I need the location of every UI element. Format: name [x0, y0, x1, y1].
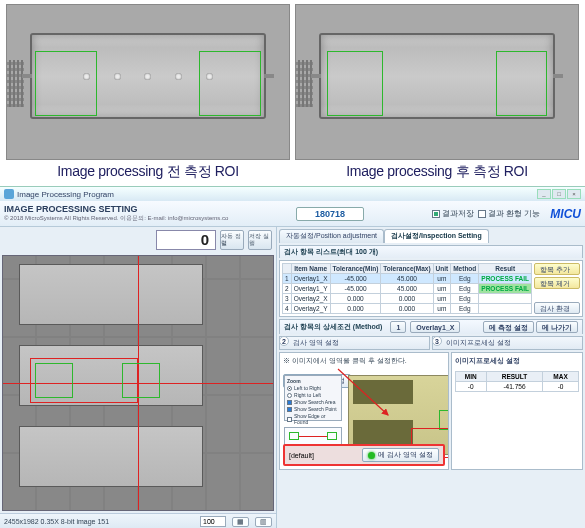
tab-inspection-setting[interactable]: 검사설정/Inspection Setting — [384, 229, 489, 243]
step-3-header: 3 이미지프로세싱 설정 — [432, 336, 583, 350]
inspection-grid[interactable]: Item Name Tolerance(Min) Tolerance(Max) … — [282, 263, 532, 314]
processing-setting-panel: 이미지프로세싱 설정 MIN RESULT MAX -0 -41.756 -0 — [451, 352, 583, 470]
zoom-input[interactable] — [200, 516, 226, 527]
result-value: -41.756 — [486, 382, 542, 392]
set-search-area-button-2[interactable]: 메 검사 영역 설정 — [362, 448, 439, 462]
tab-position-adjustment[interactable]: 자동설정/Position adjustment — [279, 229, 384, 243]
roi-box — [199, 51, 261, 116]
opt-area-check[interactable]: Show Search Area — [287, 399, 339, 405]
window-title: Image Processing Program — [17, 190, 114, 199]
method-panel-header: 검사 항목의 상세조건 (Method) 1 Overlay1_X 메 측정 설… — [279, 319, 583, 334]
highlighted-action-bar: [default] 메 검사 영역 설정 — [283, 444, 445, 466]
opt-edge-check[interactable]: Show Edge or Found — [287, 413, 339, 425]
dir-rl-radio[interactable]: Right to Left — [287, 392, 339, 398]
step-badge: 1 — [390, 321, 406, 333]
del-item-button[interactable]: 항목 제거 — [534, 277, 580, 289]
step-bar: 2 검사 영역 설정 3 이미지프로세싱 설정 — [279, 336, 583, 350]
toolbar-subtitle: © 2018 MicroSystems All Rights Reserved.… — [4, 214, 228, 223]
recipe-field[interactable]: 180718 — [296, 207, 364, 221]
minimize-button[interactable]: _ — [537, 189, 551, 199]
lower-row: ※ 이미지에서 영역을 클릭 후 설정한다. 검사 영역 설정 Zoom Lef… — [279, 352, 583, 470]
app-icon — [4, 189, 14, 199]
config-button[interactable]: 검사 환경 — [534, 302, 580, 314]
window-titlebar[interactable]: Image Processing Program _ □ × — [0, 187, 585, 201]
status-chip[interactable]: ▥ — [255, 517, 272, 527]
settings-pane: 자동설정/Position adjustment 검사설정/Inspection… — [277, 227, 585, 528]
status-led-icon — [368, 452, 375, 459]
grid-row[interactable]: 2Overlay1_Y -45.00045.000 umEdg PROCESS … — [283, 284, 532, 294]
auto-align-button[interactable]: 자동 정렬 — [220, 230, 244, 250]
image-after — [295, 4, 579, 160]
viewer-pane: 0 자동 정렬 저장 실행 2455x1982 0.35X 8-bit imag… — [0, 227, 277, 528]
caption-after: Image processing 후 측정 ROI — [295, 163, 579, 186]
workspace: 0 자동 정렬 저장 실행 2455x1982 0.35X 8-bit imag… — [0, 227, 585, 528]
close-button[interactable]: × — [567, 189, 581, 199]
measure-setting-button[interactable]: 메 측정 설정 — [483, 321, 534, 333]
proc-title: 이미지프로세싱 설정 — [455, 356, 579, 366]
arrow-icon — [334, 365, 394, 425]
default-label: [default] — [289, 452, 314, 459]
add-item-button[interactable]: 항목 추가 — [534, 263, 580, 275]
search-area-panel: ※ 이미지에서 영역을 클릭 후 설정한다. 검사 영역 설정 Zoom Lef… — [279, 352, 449, 470]
reopen-checkbox[interactable]: 결과 환형 기능 — [478, 208, 540, 219]
roi-box[interactable] — [35, 363, 73, 399]
roi-box — [327, 51, 383, 116]
preview-roi[interactable] — [439, 410, 449, 430]
grid-row[interactable]: 3Overlay2_X 0.0000.000 umEdg — [283, 294, 532, 304]
counter-bar: 0 자동 정렬 저장 실행 — [0, 227, 276, 253]
brand-logo: MICU — [550, 207, 581, 221]
step-2-header: 2 검사 영역 설정 — [279, 336, 430, 350]
top-image-row — [0, 0, 585, 160]
exit-button[interactable]: 메 나가기 — [536, 321, 578, 333]
app-window: Image Processing Program _ □ × IMAGE PRO… — [0, 186, 585, 528]
viewer-statusbar: 2455x1982 0.35X 8-bit image 151 ▦ ▥ — [0, 513, 276, 528]
caption-row: Image processing 전 측정 ROI Image processi… — [0, 160, 585, 186]
inspection-list-header: 검사 항목 리스트(최대 100 개) — [279, 245, 583, 258]
max-value: -0 — [543, 382, 579, 392]
roi-box[interactable] — [122, 363, 160, 399]
maximize-button[interactable]: □ — [552, 189, 566, 199]
grid-row[interactable]: 1Overlay1_X -45.00045.000 umEdg PROCESS … — [283, 274, 532, 284]
grid-row[interactable]: 4Overlay2_Y 0.0000.000 umEdg — [283, 304, 532, 314]
toolbar-title: IMAGE PROCESSING SETTING — [4, 204, 228, 214]
roi-box — [35, 51, 97, 116]
min-value: -0 — [455, 382, 486, 392]
save-checkbox[interactable]: 결과저장 — [432, 208, 474, 219]
item-name-field[interactable]: Overlay1_X — [410, 321, 460, 333]
result-table: MIN RESULT MAX -0 -41.756 -0 — [455, 371, 579, 392]
status-chip[interactable]: ▦ — [232, 517, 249, 527]
settings-tabs: 자동설정/Position adjustment 검사설정/Inspection… — [279, 229, 583, 243]
roi-box — [496, 51, 547, 116]
image-info: 2455x1982 0.35X 8-bit image 151 — [4, 518, 109, 525]
image-before — [6, 4, 290, 160]
opt-point-check[interactable]: Show Search Point — [287, 406, 339, 412]
save-run-button[interactable]: 저장 실행 — [248, 230, 272, 250]
image-viewer[interactable] — [2, 255, 274, 511]
toolbar: IMAGE PROCESSING SETTING © 2018 MicroSys… — [0, 201, 585, 227]
caption-before: Image processing 전 측정 ROI — [6, 163, 290, 186]
dir-lr-radio[interactable]: Left to Right — [287, 385, 339, 391]
counter-display: 0 — [156, 230, 216, 250]
